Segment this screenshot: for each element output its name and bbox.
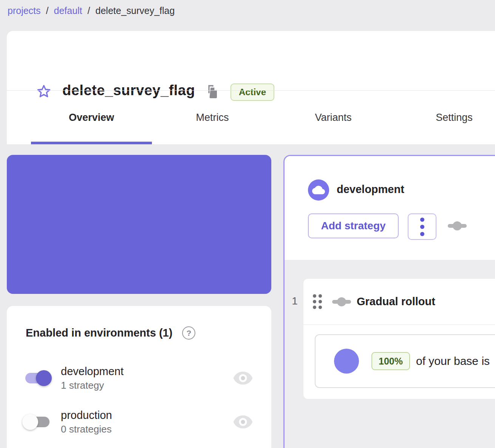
environment-strategy-count: 1 strategy: [61, 380, 124, 391]
environments-card: Enabled in environments (1) ? developmen…: [7, 306, 271, 448]
breadcrumb-link-default[interactable]: default: [54, 5, 82, 16]
production-toggle-switch[interactable]: [25, 417, 50, 427]
environment-panel-name: development: [337, 183, 404, 196]
drag-handle-icon[interactable]: [313, 294, 322, 309]
breadcrumb-separator: /: [46, 5, 49, 16]
environment-panel-header: development Add strategy: [285, 156, 495, 260]
toggle-type-card: Release toggle Project: default No descr…: [7, 155, 271, 294]
strategy-card-gradual-rollout: Gradual rollout 100% of your base is: [303, 279, 495, 399]
strategy-name: Gradual rollout: [357, 295, 435, 308]
tab-settings[interactable]: Settings: [394, 91, 495, 144]
breadcrumb-current: delete_survey_flag: [96, 5, 175, 16]
breadcrumb: projects / default / delete_survey_flag: [8, 5, 175, 16]
rollout-circle: [334, 349, 359, 374]
environments-heading-row: Enabled in environments (1) ?: [26, 326, 195, 340]
toggle-thumb: [22, 414, 38, 430]
strategy-index: 1: [288, 295, 301, 307]
flag-header-card: delete_survey_flag Active Overview Metri…: [7, 31, 495, 144]
strategy-header: Gradual rollout: [303, 279, 495, 325]
environment-panel-development: development Add strategy 1 Gradual rollo…: [283, 155, 495, 448]
environment-name: development: [61, 365, 124, 378]
development-toggle-switch[interactable]: [25, 373, 50, 383]
environment-row-production: production 0 strategies: [7, 401, 271, 443]
breadcrumb-link-projects[interactable]: projects: [8, 5, 41, 16]
tab-variants[interactable]: Variants: [273, 91, 394, 144]
rollout-summary-box: 100% of your base is: [315, 334, 495, 388]
help-icon[interactable]: ?: [182, 326, 195, 340]
flag-title-row: delete_survey_flag Active: [7, 31, 495, 90]
breadcrumb-separator: /: [88, 5, 90, 16]
rollout-slider-icon: [332, 297, 351, 307]
tab-bar: Overview Metrics Variants Settings: [7, 91, 495, 144]
rollout-slider-icon: [448, 221, 467, 231]
kebab-menu-button[interactable]: [408, 213, 436, 240]
active-tab-indicator: [31, 142, 152, 144]
rollout-description-text: of your base is: [416, 355, 490, 368]
add-strategy-button[interactable]: Add strategy: [308, 213, 399, 238]
environment-row-development: development 1 strategy: [7, 357, 271, 399]
eye-icon[interactable]: [232, 369, 254, 387]
strategy-body: 100% of your base is: [303, 325, 495, 399]
environment-avatar: [308, 179, 329, 201]
rollout-percentage-badge: 100%: [371, 352, 410, 370]
environment-name: production: [61, 409, 112, 422]
environment-row-text: development 1 strategy: [61, 365, 124, 391]
page: projects / default / delete_survey_flag …: [0, 0, 495, 448]
toggle-thumb: [36, 370, 52, 386]
environment-row-text: production 0 strategies: [61, 409, 112, 435]
tab-metrics[interactable]: Metrics: [152, 91, 273, 144]
environments-heading: Enabled in environments (1): [26, 327, 172, 339]
tab-overview[interactable]: Overview: [31, 91, 152, 144]
environment-strategy-count: 0 strategies: [61, 423, 112, 435]
cloud-icon: [312, 184, 325, 196]
eye-icon[interactable]: [232, 413, 254, 431]
